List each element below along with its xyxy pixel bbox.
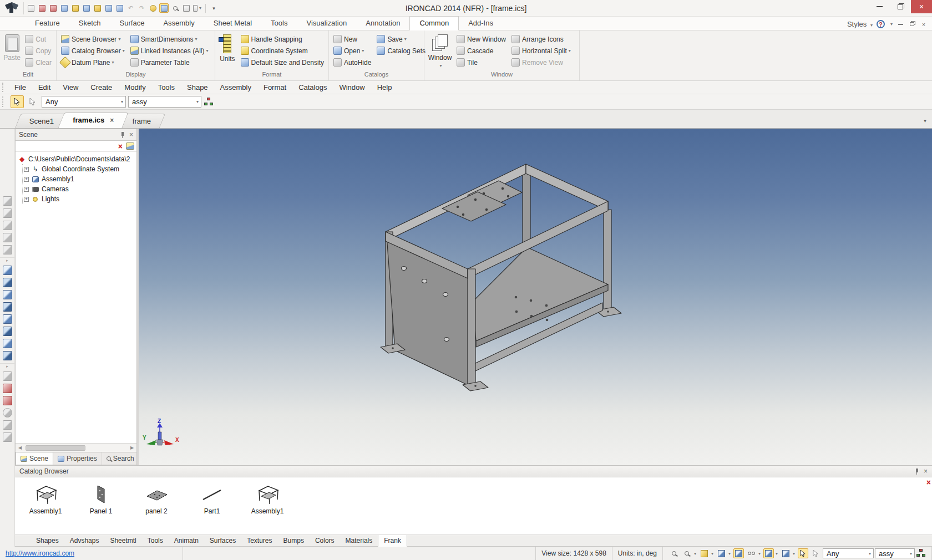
menu-edit[interactable]: Edit (32, 82, 57, 93)
add-shape-icon[interactable] (104, 3, 113, 13)
catalog-panel-close-icon[interactable]: × (926, 478, 931, 486)
parameter-table-button[interactable]: Parameter Table (128, 57, 211, 68)
circle-tool-icon[interactable] (3, 408, 12, 418)
close-button[interactable]: × (911, 0, 932, 13)
tree-node-gcs[interactable]: + ↳ Global Coordinate System (24, 164, 135, 174)
display-mode-cube-icon[interactable] (763, 548, 774, 558)
scroll-left-icon[interactable]: ◀ (16, 445, 24, 450)
help-dropdown-icon[interactable]: ▾ (890, 22, 893, 27)
select-alt-tool-button[interactable] (26, 95, 39, 108)
selbar-grip[interactable] (2, 96, 6, 107)
catalog-item-panel2[interactable]: panel 2 (136, 483, 177, 515)
catalog-tab-bumps[interactable]: Bumps (278, 535, 310, 546)
menu-create[interactable]: Create (84, 82, 118, 93)
tab-assembly[interactable]: Assembly (154, 17, 204, 30)
expand-icon[interactable]: + (24, 177, 29, 182)
save-icon[interactable] (82, 3, 91, 13)
redo-icon[interactable]: ↷ (137, 3, 146, 13)
render-icon[interactable] (93, 3, 102, 13)
shape-op-union-icon[interactable] (3, 196, 12, 206)
view-dimetric-icon[interactable] (3, 351, 12, 360)
selection-filter-combo[interactable]: Any▾ (42, 96, 126, 108)
scene-panel-close-icon[interactable]: × (129, 131, 133, 139)
menu-view[interactable]: View (57, 82, 84, 93)
clear-button[interactable]: Clear (23, 57, 54, 68)
catalog-tab-frank[interactable]: Frank (378, 534, 407, 547)
handle-snapping-button[interactable]: Handle Snapping (239, 33, 326, 45)
new-shape-icon[interactable] (699, 548, 710, 558)
catalog-item-assembly1-b[interactable]: Assembly1 (247, 483, 288, 515)
linked-instances-button[interactable]: Linked Instances (All)▾ (128, 45, 211, 57)
smartdimensions-button[interactable]: SmartDimensions▾ (128, 33, 211, 45)
new-window-button[interactable]: New Window (454, 33, 508, 45)
doc-restore-icon[interactable] (908, 21, 916, 28)
move-shape-icon[interactable] (115, 3, 124, 13)
view-iso-icon[interactable] (3, 266, 12, 275)
configuration-combo[interactable]: assy▾ (128, 96, 201, 108)
scroll-right-icon[interactable]: ▶ (128, 445, 136, 450)
menu-tools[interactable]: Tools (152, 82, 181, 93)
properties-tab[interactable]: Properties (53, 452, 102, 465)
expand-icon[interactable]: + (24, 187, 29, 192)
menu-assembly[interactable]: Assembly (214, 82, 257, 93)
pin-icon[interactable] (120, 132, 125, 138)
viewport-3d[interactable]: Z Y X (139, 129, 932, 465)
catalog-tab-advshaps[interactable]: Advshaps (64, 535, 105, 546)
horizontal-split-button[interactable]: Horizontal Split▾ (509, 45, 573, 57)
catalog-browser-button[interactable]: Catalog Browser▾ (59, 45, 127, 57)
delete-filter-icon[interactable]: × (118, 142, 123, 150)
tab-list-button[interactable]: ▾ (924, 118, 926, 124)
ironcad-link[interactable]: http://www.ironcad.com (0, 547, 183, 560)
lightbulb-icon[interactable] (148, 3, 158, 13)
scene-browser-button[interactable]: Scene Browser▾ (59, 33, 127, 45)
shape-op-subtract-icon[interactable] (3, 208, 12, 218)
catalog-tab-colors[interactable]: Colors (310, 535, 340, 546)
camera-view-icon[interactable] (716, 548, 727, 558)
tab-visualization[interactable]: Visualization (297, 17, 356, 30)
doc-tab-close-icon[interactable]: × (110, 116, 114, 124)
tab-annotation[interactable]: Annotation (356, 17, 409, 30)
tile-button[interactable]: Tile (454, 57, 508, 68)
shape-op-intersect-icon[interactable] (3, 221, 12, 230)
datum-plane-button[interactable]: Datum Plane▾ (59, 57, 127, 68)
search-tab[interactable]: Search (102, 452, 139, 465)
catalog-tab-tools[interactable]: Tools (142, 535, 169, 546)
copy-button[interactable]: Copy (23, 45, 54, 57)
find-shapes-icon[interactable] (170, 3, 180, 13)
tree-node-assembly1[interactable]: + Assembly1 (24, 174, 135, 184)
undo-icon[interactable]: ↶ (126, 3, 135, 13)
tab-feature[interactable]: Feature (26, 17, 69, 30)
scene-tree-options-icon[interactable] (126, 142, 134, 150)
left-toolbar-separator[interactable]: ▸ (0, 257, 14, 263)
tree-node-lights[interactable]: + Lights (24, 194, 135, 204)
default-size-density-button[interactable]: Default Size and Density (239, 57, 326, 68)
menu-catalogs[interactable]: Catalogs (292, 82, 333, 93)
shape-op-trim-icon[interactable] (3, 245, 12, 254)
view-front-icon[interactable] (3, 278, 12, 287)
view-top-icon[interactable] (3, 327, 12, 336)
properties-list-icon[interactable] (181, 3, 191, 13)
minimize-button[interactable] (869, 0, 890, 13)
tree-root[interactable]: ◆ C:\Users\Public\Documents\data\2 (18, 154, 135, 164)
expand-icon[interactable]: + (24, 167, 29, 172)
import-icon[interactable] (48, 3, 58, 13)
stereo-glasses-icon[interactable] (746, 548, 757, 558)
text-tool-icon[interactable] (3, 432, 12, 442)
catalog-item-part1[interactable]: Part1 (191, 483, 232, 515)
catalog-pin-icon[interactable] (915, 469, 919, 475)
qat-customize-icon[interactable]: ▾ (209, 3, 219, 13)
config-manager-icon[interactable] (204, 98, 214, 106)
status-select-alt-cursor-icon[interactable] (811, 548, 821, 558)
coordinate-system-button[interactable]: Coordinate System (239, 45, 326, 57)
restore-button[interactable] (890, 0, 911, 13)
expand-icon[interactable]: + (24, 197, 29, 202)
export-icon[interactable] (59, 3, 69, 13)
catalog-new-button[interactable]: New (331, 33, 373, 45)
tab-add-ins[interactable]: Add-Ins (459, 17, 503, 30)
section-tool-icon[interactable] (3, 396, 12, 405)
triad-tool-icon[interactable] (3, 371, 12, 381)
tab-tools[interactable]: Tools (261, 17, 297, 30)
copy-catalog-icon[interactable]: ▾ (193, 3, 202, 13)
window-button[interactable]: Window ▾ (427, 32, 453, 69)
paste-button[interactable]: Paste (2, 32, 22, 69)
